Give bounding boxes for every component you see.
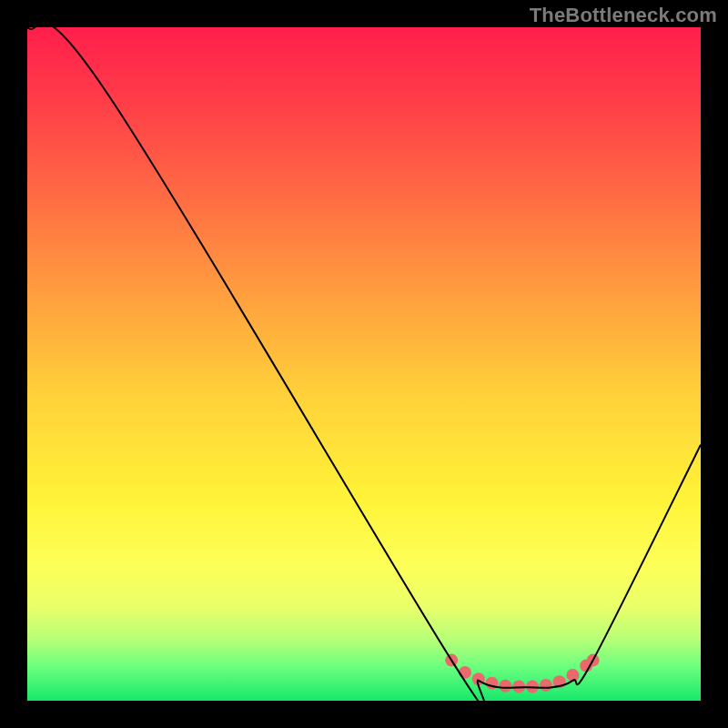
marker-dot [540,679,552,692]
marker-dot [499,680,511,693]
chart-frame: TheBottleneck.com [0,0,728,728]
bottleneck-plot [27,27,701,701]
marker-dot [459,666,471,679]
watermark-label: TheBottleneck.com [530,4,717,27]
plot-background [27,27,701,701]
